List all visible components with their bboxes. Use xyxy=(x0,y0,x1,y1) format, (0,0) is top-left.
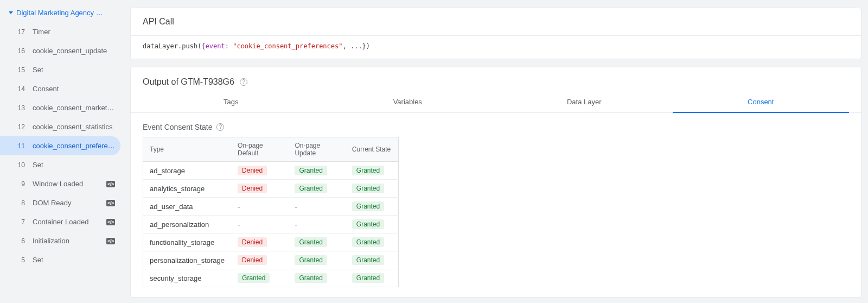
code-icon: </> xyxy=(106,200,115,206)
consent-type: analytics_storage xyxy=(143,180,232,198)
sidebar-item-label: cookie_consent_statistics xyxy=(33,123,115,131)
sidebar-item-number: 7 xyxy=(15,218,25,226)
consent-cell: - xyxy=(231,216,288,233)
consent-cell: - xyxy=(231,198,288,216)
consent-state-pill: Granted xyxy=(238,273,270,283)
consent-state-pill: Granted xyxy=(295,166,327,175)
sidebar-item[interactable]: 5Set xyxy=(0,250,120,269)
consent-state-pill: Granted xyxy=(352,255,384,265)
consent-cell: Granted xyxy=(288,162,345,180)
consent-state-pill: Denied xyxy=(238,237,267,247)
sidebar-item-number: 6 xyxy=(15,237,25,245)
sidebar-item-number: 9 xyxy=(15,180,25,188)
consent-cell: Granted xyxy=(346,251,399,269)
consent-table: TypeOn-page DefaultOn-page UpdateCurrent… xyxy=(143,137,399,287)
consent-cell: Denied xyxy=(231,233,288,251)
code-string: "cookie_consent_preferences" xyxy=(233,42,342,50)
tab-data-layer[interactable]: Data Layer xyxy=(496,92,673,112)
sidebar-item-label: cookie_consent_prefere… xyxy=(33,142,115,150)
consent-section-title: Event Consent State xyxy=(143,123,212,131)
consent-state-pill: Denied xyxy=(238,255,267,265)
code-icon: </> xyxy=(106,238,115,244)
sidebar-item[interactable]: 10Set xyxy=(0,155,120,174)
sidebar-item-number: 16 xyxy=(15,47,25,55)
consent-cell: - xyxy=(288,198,345,216)
sidebar-item-label: DOM Ready xyxy=(33,199,99,207)
main-content: API Call dataLayer.push({event: "cookie_… xyxy=(125,0,868,303)
consent-state-pill: Granted xyxy=(352,166,384,175)
consent-state-pill: Granted xyxy=(295,273,327,283)
sidebar-item-label: Container Loaded xyxy=(33,218,99,226)
sidebar-item-label: Set xyxy=(33,161,115,169)
caret-down-icon xyxy=(9,11,13,14)
consent-type: ad_storage xyxy=(143,162,232,180)
sidebar-item-number: 5 xyxy=(15,256,25,264)
sidebar-item[interactable]: 12cookie_consent_statistics xyxy=(0,117,120,136)
help-icon[interactable]: ? xyxy=(240,78,247,86)
sidebar-item[interactable]: 17Timer xyxy=(0,22,120,41)
code-icon: </> xyxy=(106,219,115,225)
consent-cell: Granted xyxy=(346,162,399,180)
sidebar-item[interactable]: 9Window Loaded</> xyxy=(0,174,120,193)
table-row: functionality_storageDeniedGrantedGrante… xyxy=(143,233,399,251)
tab-variables[interactable]: Variables xyxy=(320,92,496,112)
consent-table-header: On-page Update xyxy=(288,137,345,162)
sidebar-item[interactable]: 7Container Loaded</> xyxy=(0,212,120,231)
consent-cell: Granted xyxy=(288,233,345,251)
sidebar-container-header[interactable]: Digital Marketing Agency … xyxy=(0,4,125,22)
sidebar-item-number: 13 xyxy=(15,104,25,112)
sidebar-item[interactable]: 13cookie_consent_marketi… xyxy=(0,98,120,117)
consent-type: security_storage xyxy=(143,269,232,287)
table-row: ad_storageDeniedGrantedGranted xyxy=(143,162,399,180)
consent-state-pill: Granted xyxy=(352,219,384,229)
consent-cell: Granted xyxy=(288,180,345,198)
sidebar-item-number: 8 xyxy=(15,199,25,207)
sidebar-item-label: cookie_consent_marketi… xyxy=(33,104,115,112)
consent-cell: Granted xyxy=(288,251,345,269)
code-suffix: , ...}) xyxy=(342,42,370,50)
sidebar-item[interactable]: 16cookie_consent_update xyxy=(0,41,120,60)
consent-dash: - xyxy=(295,203,297,211)
sidebar-item-label: Consent xyxy=(33,85,115,93)
consent-cell: - xyxy=(288,216,345,233)
tab-tags[interactable]: Tags xyxy=(143,92,320,112)
sidebar-item[interactable]: 6Initialization</> xyxy=(0,231,120,250)
sidebar-item[interactable]: 14Consent xyxy=(0,79,120,98)
consent-cell: Granted xyxy=(346,233,399,251)
consent-state-pill: Granted xyxy=(295,184,327,193)
sidebar-item-number: 15 xyxy=(15,66,25,74)
consent-cell: Denied xyxy=(231,180,288,198)
table-row: ad_user_data--Granted xyxy=(143,198,399,216)
sidebar-item[interactable]: 15Set xyxy=(0,60,120,79)
sidebar-item-label: Set xyxy=(33,256,115,264)
output-card: Output of GTM-T938G6 ? TagsVariablesData… xyxy=(130,67,861,298)
consent-type: functionality_storage xyxy=(143,233,232,251)
output-tabs: TagsVariablesData LayerConsent xyxy=(131,92,861,113)
sidebar-item-number: 10 xyxy=(15,161,25,169)
output-title: Output of GTM-T938G6 xyxy=(143,77,234,87)
consent-table-header: Type xyxy=(143,137,232,162)
consent-state-pill: Granted xyxy=(352,273,384,283)
consent-cell: Denied xyxy=(231,162,288,180)
consent-type: personalization_storage xyxy=(143,251,232,269)
sidebar-item-number: 14 xyxy=(15,85,25,93)
sidebar-title: Digital Marketing Agency … xyxy=(16,9,103,17)
consent-cell: Granted xyxy=(231,269,288,287)
tab-consent[interactable]: Consent xyxy=(673,92,850,112)
help-icon[interactable]: ? xyxy=(216,123,224,131)
consent-dash: - xyxy=(238,203,240,211)
consent-state-pill: Granted xyxy=(352,184,384,193)
table-row: ad_personalization--Granted xyxy=(143,216,399,233)
sidebar: Digital Marketing Agency … 17Timer16cook… xyxy=(0,0,125,303)
sidebar-item-label: Timer xyxy=(33,28,115,36)
sidebar-item[interactable]: 8DOM Ready</> xyxy=(0,193,120,212)
sidebar-item-number: 17 xyxy=(15,28,25,36)
code-prefix: dataLayer.push({ xyxy=(143,42,206,50)
api-call-card: API Call dataLayer.push({event: "cookie_… xyxy=(130,8,861,59)
consent-cell: Granted xyxy=(346,198,399,216)
table-row: analytics_storageDeniedGrantedGranted xyxy=(143,180,399,198)
sidebar-item[interactable]: 11cookie_consent_prefere… xyxy=(0,136,120,155)
sidebar-item-label: Window Loaded xyxy=(33,180,99,188)
api-call-code: dataLayer.push({event: "cookie_consent_p… xyxy=(131,36,861,59)
table-row: personalization_storageDeniedGrantedGran… xyxy=(143,251,399,269)
